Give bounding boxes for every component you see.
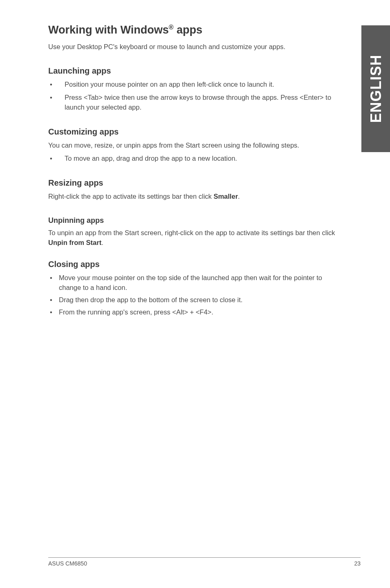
heading-customizing-apps: Customizing apps (48, 127, 343, 137)
launching-list: Position your mouse pointer on an app th… (48, 80, 343, 112)
text-span: To unpin an app from the Start screen, r… (48, 229, 335, 236)
section-closing-apps: Closing apps Move your mouse pointer on … (48, 260, 343, 317)
bold-unpin: Unpin from Start (48, 239, 101, 246)
intro-paragraph: Use your Desktop PC's keyboard or mouse … (48, 42, 343, 52)
title-post: apps (174, 24, 203, 36)
list-item: Drag then drop the app to the bottom of … (48, 295, 343, 305)
section-customizing-apps: Customizing apps You can move, resize, o… (48, 127, 343, 164)
footer-model: ASUS CM6850 (48, 560, 87, 567)
unpinning-paragraph: To unpin an app from the Start screen, r… (48, 228, 343, 248)
heading-resizing-apps: Resizing apps (48, 178, 343, 188)
list-item: Press <Tab> twice then use the arrow key… (48, 93, 343, 112)
title-pre: Working with Windows (48, 24, 169, 36)
heading-launching-apps: Launching apps (48, 66, 343, 76)
heading-closing-apps: Closing apps (48, 260, 343, 269)
title-sup: ® (169, 24, 174, 31)
page-title: Working with Windows® apps (48, 24, 343, 36)
resizing-paragraph: Right-click the app to activate its sett… (48, 192, 343, 202)
bold-smaller: Smaller (213, 193, 238, 200)
closing-list: Move your mouse pointer on the top side … (48, 273, 343, 317)
heading-unpinning-apps: Unpinning apps (48, 216, 343, 225)
list-item: Position your mouse pointer on an app th… (48, 80, 343, 90)
section-resizing-apps: Resizing apps Right-click the app to act… (48, 178, 343, 202)
list-item: To move an app, drag and drop the app to… (48, 154, 343, 164)
section-unpinning-apps: Unpinning apps To unpin an app from the … (48, 216, 343, 248)
list-item: Move your mouse pointer on the top side … (48, 273, 343, 293)
customizing-paragraph: You can move, resize, or unpin apps from… (48, 141, 343, 150)
text-span: . (238, 193, 240, 200)
section-launching-apps: Launching apps Position your mouse point… (48, 66, 343, 112)
text-span: . (101, 239, 103, 246)
customizing-list: To move an app, drag and drop the app to… (48, 154, 343, 164)
list-item: From the running app's screen, press <Al… (48, 307, 343, 317)
language-side-tab: ENGLISH (361, 25, 390, 152)
page-footer: ASUS CM6850 23 (48, 557, 361, 567)
text-span: Right-click the app to activate its sett… (48, 193, 213, 200)
language-label: ENGLISH (367, 54, 384, 123)
footer-page-number: 23 (354, 560, 361, 567)
page-content: Working with Windows® apps Use your Desk… (48, 24, 343, 332)
